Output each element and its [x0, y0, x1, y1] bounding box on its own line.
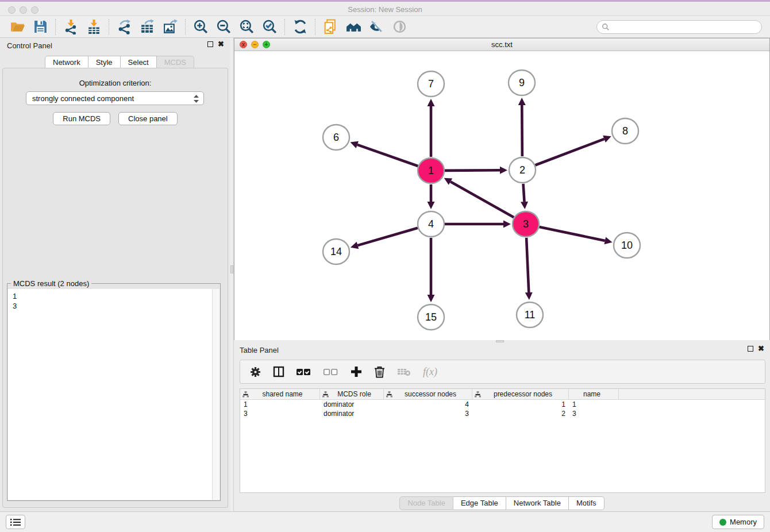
zoom-in-button[interactable]: [189, 18, 212, 36]
splitter-grip[interactable]: [230, 265, 233, 273]
column-header-shared-name[interactable]: shared name: [240, 389, 320, 399]
search-input[interactable]: [612, 21, 761, 33]
column-header-name[interactable]: name: [569, 389, 619, 399]
zoom-selected-icon: [262, 19, 278, 34]
table-panel-title: Table Panel: [240, 346, 279, 354]
edge-2-3[interactable]: [523, 184, 525, 202]
export-table-button[interactable]: [136, 18, 159, 36]
tab-node-table[interactable]: Node Table: [399, 496, 453, 510]
search-icon: [602, 23, 610, 31]
tab-network-table[interactable]: Network Table: [506, 496, 569, 510]
network-canvas[interactable]: 1234678910111415: [234, 51, 769, 340]
edge-1-2[interactable]: [445, 170, 500, 171]
main-area: Control Panel ✖ Network Style Select MCD…: [0, 38, 770, 511]
clone-network-button[interactable]: [319, 18, 342, 36]
task-history-button[interactable]: [6, 515, 25, 529]
zoom-selected-button[interactable]: [258, 18, 281, 36]
open-session-button[interactable]: [6, 18, 29, 36]
column-header-mcds-role[interactable]: MCDS role: [320, 389, 384, 399]
close-panel-button[interactable]: Close panel: [118, 112, 178, 125]
edge-1-6[interactable]: [357, 145, 418, 166]
cell-mcds-role: dominator: [320, 400, 384, 409]
edge-3-1[interactable]: [451, 182, 514, 217]
edge-2-8[interactable]: [535, 139, 604, 165]
run-mcds-button[interactable]: Run MCDS: [53, 112, 110, 125]
first-neighbors-button[interactable]: [342, 18, 365, 36]
cell-successor-nodes: 3: [384, 409, 472, 418]
column-layout-button[interactable]: [273, 366, 284, 377]
close-panel-icon[interactable]: ✖: [758, 345, 764, 352]
show-hidden-button[interactable]: [388, 18, 411, 36]
cell-name: 3: [569, 409, 619, 418]
arrowhead-4-15: [428, 295, 435, 302]
network-window: x − + scc.txt 1234678910111415: [234, 38, 770, 340]
float-panel-icon[interactable]: [748, 346, 753, 352]
export-network-button[interactable]: [113, 18, 136, 36]
hide-selected-button[interactable]: [365, 18, 388, 36]
graph-svg: 1234678910111415: [234, 51, 769, 340]
import-table-button[interactable]: [82, 18, 105, 36]
float-panel-icon[interactable]: [207, 41, 213, 47]
search-field[interactable]: [596, 20, 762, 34]
graph-node-label-9: 9: [519, 77, 525, 88]
delete-column-button[interactable]: [397, 368, 411, 376]
vertical-splitter[interactable]: [230, 38, 234, 511]
table-row[interactable]: 1 dominator 4 1 1: [240, 400, 765, 409]
zoom-fit-button[interactable]: [235, 18, 258, 36]
two-houses-icon: [346, 19, 361, 34]
select-all-button[interactable]: [297, 368, 311, 376]
mcds-result-text[interactable]: 1 3: [8, 289, 212, 500]
edge-2-9[interactable]: [522, 105, 522, 156]
eye-slash-icon: [369, 19, 384, 34]
table-settings-button[interactable]: [250, 367, 261, 377]
edge-3-10[interactable]: [539, 227, 605, 241]
graph-node-label-10: 10: [621, 240, 633, 251]
export-network-icon: [117, 19, 132, 34]
zoom-out-icon: [216, 19, 232, 34]
arrowhead-3-11: [525, 292, 533, 300]
memory-button[interactable]: Memory: [712, 515, 764, 529]
add-row-button[interactable]: [351, 366, 362, 377]
edge-4-14[interactable]: [357, 228, 418, 245]
hierarchy-icon: [386, 391, 392, 398]
delete-column-icon: [397, 368, 411, 376]
cell-shared-name: 1: [240, 400, 320, 409]
table-row[interactable]: 3 dominator 3 2 3: [240, 409, 765, 418]
session-title: Session: New Session: [0, 5, 770, 14]
result-scrollbar[interactable]: [212, 289, 220, 500]
edge-3-11[interactable]: [526, 238, 529, 292]
plus-icon: [351, 366, 362, 377]
import-network-button[interactable]: [59, 18, 82, 36]
tab-edge-table[interactable]: Edge Table: [453, 496, 506, 510]
cell-name: 1: [569, 400, 619, 409]
column-header-predecessor-nodes[interactable]: predecessor nodes: [472, 389, 569, 399]
cell-predecessor-nodes: 2: [472, 409, 569, 418]
export-image-button[interactable]: [159, 18, 182, 36]
arrowhead-4-3: [503, 221, 511, 228]
refresh-layout-button[interactable]: [288, 18, 311, 36]
save-session-button[interactable]: [29, 18, 52, 36]
title-bar: Session: New Session: [0, 0, 770, 16]
cell-shared-name: 3: [240, 409, 320, 418]
criterion-dropdown[interactable]: strongly connected component: [26, 91, 204, 105]
graph-node-label-8: 8: [622, 125, 628, 137]
arrowhead-2-3: [521, 202, 528, 209]
node-table[interactable]: shared name MCDS role successor nodes pr…: [240, 388, 765, 493]
network-window-titlebar[interactable]: x − + scc.txt: [234, 38, 769, 51]
deselect-all-button[interactable]: [324, 368, 338, 376]
control-panel-title: Control Panel: [7, 41, 52, 50]
arrowhead-1-2: [500, 167, 507, 174]
close-panel-icon[interactable]: ✖: [218, 41, 224, 48]
function-builder-button[interactable]: f(x): [423, 366, 437, 378]
import-table-icon: [86, 19, 102, 34]
table-tabs: Node Table Edge Table Network Table Moti…: [234, 496, 770, 510]
zoom-out-button[interactable]: [212, 18, 235, 36]
delete-row-button[interactable]: [374, 366, 385, 378]
control-panel: Control Panel ✖ Network Style Select MCD…: [0, 38, 230, 511]
tab-motifs[interactable]: Motifs: [569, 496, 605, 510]
arrowhead-1-4: [428, 202, 435, 209]
column-header-successor-nodes[interactable]: successor nodes: [384, 389, 472, 399]
graph-node-label-11: 11: [525, 309, 536, 321]
arrowhead-1-6: [351, 141, 359, 148]
criterion-value: strongly connected component: [32, 94, 134, 103]
